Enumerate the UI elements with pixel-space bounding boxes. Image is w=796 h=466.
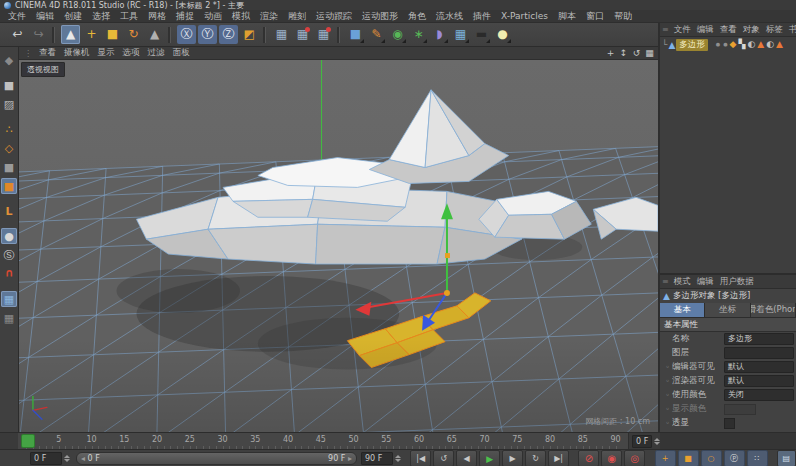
goto-prev-key-button[interactable]: ↺ (433, 450, 454, 466)
object-manager-empty-area[interactable] (660, 52, 796, 273)
attribute-value[interactable]: 默认 (724, 375, 794, 387)
faces-mode-icon[interactable]: ■ (1, 159, 17, 175)
range-start-spinner[interactable] (64, 455, 70, 462)
attribute-value[interactable]: 默认 (724, 361, 794, 373)
gizmo-plane-handle[interactable] (445, 253, 450, 258)
timeline-playhead[interactable] (21, 434, 35, 448)
viewport-canvas[interactable]: 透视视图 网格间距 : 10 cm (19, 60, 658, 432)
menu-item[interactable]: 选择 (87, 10, 115, 23)
edges-mode-icon[interactable]: ◇ (1, 140, 17, 156)
dolly-view-icon[interactable]: ↕ (617, 48, 630, 58)
light-icon[interactable]: ● (493, 25, 512, 44)
attribute-manager-menu-item[interactable]: 用户数据 (717, 276, 757, 288)
menu-item[interactable]: 创建 (59, 10, 87, 23)
object-manager-menu-item[interactable]: 文件 (671, 24, 694, 36)
timeline-range-slider[interactable]: ◂ 0 F 90 F ▸ (76, 452, 357, 465)
render-picture-viewer-icon[interactable]: ▦ (293, 25, 312, 44)
editor-visibility-dot[interactable]: ● (716, 37, 720, 52)
key-rotation-toggle[interactable]: ○ (701, 450, 722, 466)
enable-axis-icon[interactable]: L (1, 203, 17, 219)
attribute-value[interactable]: 多边形 (724, 333, 794, 345)
rotate-tool[interactable]: ↻ (124, 25, 143, 44)
menu-item[interactable]: 编辑 (31, 10, 59, 23)
attribute-tab[interactable]: 基本 (660, 303, 705, 317)
attribute-value[interactable] (724, 418, 735, 429)
viewport-menu-item[interactable]: 查看 (35, 47, 60, 59)
lock-z-axis[interactable]: Ⓩ (219, 25, 238, 44)
coordinate-system-icon[interactable]: ◩ (240, 25, 259, 44)
undo-icon[interactable]: ↩ (8, 25, 27, 44)
menu-item[interactable]: 窗口 (581, 10, 609, 23)
menu-item[interactable]: 插件 (468, 10, 496, 23)
viewport-menu-item[interactable]: 显示 (94, 47, 119, 59)
scale-tool[interactable]: ■ (103, 25, 122, 44)
range-end-spinner[interactable] (395, 455, 401, 462)
menu-item[interactable]: 渲染 (255, 10, 283, 23)
polygons-mode-icon[interactable]: ■ (1, 178, 17, 194)
record-keyframe-button[interactable]: ⊘ (578, 450, 599, 466)
attribute-manager-menu-item[interactable]: 模式 (671, 276, 694, 288)
menu-item[interactable]: X-Particles (496, 11, 553, 21)
phong-tag[interactable]: ▲ (757, 37, 764, 52)
toggle-view-icon[interactable]: ▦ (643, 48, 656, 58)
object-manager-menu-item[interactable]: 书签 (786, 24, 796, 36)
keyframe-dot-icon[interactable]: ◦ (663, 419, 672, 427)
menu-item[interactable]: 运动跟踪 (311, 10, 357, 23)
workplane-mode-icon[interactable]: ▦ (1, 291, 17, 307)
keyframe-selection-button[interactable]: ◎ (624, 450, 645, 466)
lock-x-axis[interactable]: Ⓧ (177, 25, 196, 44)
texture-tag[interactable]: ◐ (747, 37, 755, 52)
model-mode-icon[interactable]: ■ (1, 77, 17, 93)
primitive-cube-icon[interactable]: ■ (346, 25, 365, 44)
live-selection-tool[interactable]: ▲ (61, 25, 80, 44)
object-name-label[interactable]: 多边形 (676, 39, 708, 51)
object-manager-menu-item[interactable]: 对象 (740, 24, 763, 36)
environment-icon[interactable]: ▦ (451, 25, 470, 44)
object-row[interactable]: └ ▲ 多边形 ●●◆▚◐▲◐▲ (660, 37, 796, 52)
key-parameter-toggle[interactable]: Ⓟ (724, 450, 745, 466)
menu-item[interactable]: 动画 (199, 10, 227, 23)
menu-item[interactable]: 帮助 (609, 10, 637, 23)
keyframe-dot-icon[interactable]: ◦ (663, 377, 672, 385)
key-position-toggle[interactable]: + (655, 450, 676, 466)
attribute-value[interactable]: 关闭 (724, 389, 794, 401)
menu-item[interactable]: 流水线 (431, 10, 468, 23)
render-view-icon[interactable]: ▦ (272, 25, 291, 44)
viewport-menu-item[interactable]: 摄像机 (60, 47, 94, 59)
current-frame-field[interactable]: 0 F (632, 435, 652, 448)
goto-end-button[interactable]: ▶| (548, 450, 569, 466)
menu-item[interactable]: 模拟 (227, 10, 255, 23)
gizmo-center-handle[interactable] (444, 290, 450, 296)
timeline-ruler[interactable]: 051015202530354045505560657075808590 (18, 433, 629, 449)
keyframe-dot-icon[interactable]: ◦ (663, 405, 672, 413)
range-start-field[interactable]: 0 F (30, 452, 62, 465)
make-editable-icon[interactable]: ◆ (1, 52, 17, 68)
points-mode-icon[interactable]: ∴ (1, 121, 17, 137)
menu-item[interactable]: 角色 (403, 10, 431, 23)
menu-item[interactable]: 捕捉 (171, 10, 199, 23)
goto-start-button[interactable]: |◀ (410, 450, 431, 466)
camera-icon[interactable]: ▬ (472, 25, 491, 44)
keyframe-dot-icon[interactable]: ◦ (663, 363, 672, 371)
section-header[interactable]: 基本属性 (660, 318, 796, 332)
attribute-manager-menu-item[interactable]: 编辑 (694, 276, 717, 288)
viewport-menu-item[interactable]: 面板 (169, 47, 194, 59)
texture-mode-icon[interactable]: ▨ (1, 96, 17, 112)
object-manager-menu-item[interactable]: 编辑 (694, 24, 717, 36)
attribute-value[interactable] (724, 347, 794, 359)
prev-frame-button[interactable]: ◀ (456, 450, 477, 466)
menu-item[interactable]: 工具 (115, 10, 143, 23)
rotate-view-icon[interactable]: ↺ (630, 48, 643, 58)
play-button[interactable]: ▶ (479, 450, 500, 466)
lock-workplane-icon[interactable]: ▦ (1, 310, 17, 326)
range-end-field[interactable]: 90 F (361, 452, 393, 465)
xparticles-tag[interactable]: ▚ (739, 37, 746, 52)
texture-tag-2[interactable]: ◐ (766, 37, 774, 52)
viewport-menu-item[interactable]: 过滤 (144, 47, 169, 59)
lock-y-axis[interactable]: Ⓨ (198, 25, 217, 44)
render-visibility-dot[interactable]: ● (723, 37, 727, 52)
timeline-window-button[interactable]: ▤ (777, 450, 796, 466)
menu-item[interactable]: 网格 (143, 10, 171, 23)
spline-pen-icon[interactable]: ✎ (367, 25, 386, 44)
subdivision-surface-icon[interactable]: ◉ (388, 25, 407, 44)
